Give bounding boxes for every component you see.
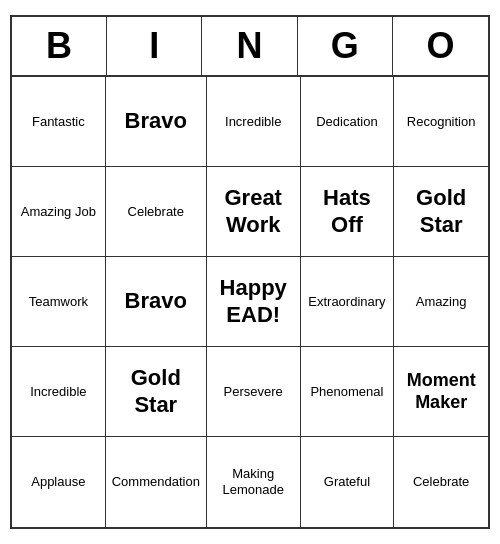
bingo-cell[interactable]: Incredible — [12, 347, 106, 437]
bingo-cell[interactable]: Bravo — [106, 77, 207, 167]
header-letter: N — [202, 17, 297, 75]
bingo-cell[interactable]: Great Work — [207, 167, 301, 257]
bingo-cell[interactable]: Applause — [12, 437, 106, 527]
bingo-cell[interactable]: Gold Star — [394, 167, 488, 257]
bingo-cell[interactable]: Celebrate — [106, 167, 207, 257]
bingo-cell[interactable]: Phenomenal — [301, 347, 395, 437]
bingo-cell[interactable]: Amazing Job — [12, 167, 106, 257]
header-letter: O — [393, 17, 488, 75]
header-letter: B — [12, 17, 107, 75]
header-letter: G — [298, 17, 393, 75]
bingo-cell[interactable]: Fantastic — [12, 77, 106, 167]
bingo-cell[interactable]: Grateful — [301, 437, 395, 527]
bingo-cell[interactable]: Dedication — [301, 77, 395, 167]
bingo-cell[interactable]: Incredible — [207, 77, 301, 167]
bingo-cell[interactable]: Extraordinary — [301, 257, 395, 347]
bingo-header: BINGO — [12, 17, 488, 77]
bingo-cell[interactable]: Persevere — [207, 347, 301, 437]
bingo-cell[interactable]: Moment Maker — [394, 347, 488, 437]
bingo-cell[interactable]: Bravo — [106, 257, 207, 347]
header-letter: I — [107, 17, 202, 75]
bingo-cell[interactable]: Hats Off — [301, 167, 395, 257]
bingo-cell[interactable]: Teamwork — [12, 257, 106, 347]
bingo-cell[interactable]: Commendation — [106, 437, 207, 527]
bingo-cell[interactable]: Celebrate — [394, 437, 488, 527]
bingo-cell[interactable]: Happy EAD! — [207, 257, 301, 347]
bingo-cell[interactable]: Amazing — [394, 257, 488, 347]
bingo-cell[interactable]: Recognition — [394, 77, 488, 167]
bingo-card: BINGO FantasticBravoIncredibleDedication… — [10, 15, 490, 529]
bingo-grid: FantasticBravoIncredibleDedicationRecogn… — [12, 77, 488, 527]
bingo-cell[interactable]: Gold Star — [106, 347, 207, 437]
bingo-cell[interactable]: Making Lemonade — [207, 437, 301, 527]
